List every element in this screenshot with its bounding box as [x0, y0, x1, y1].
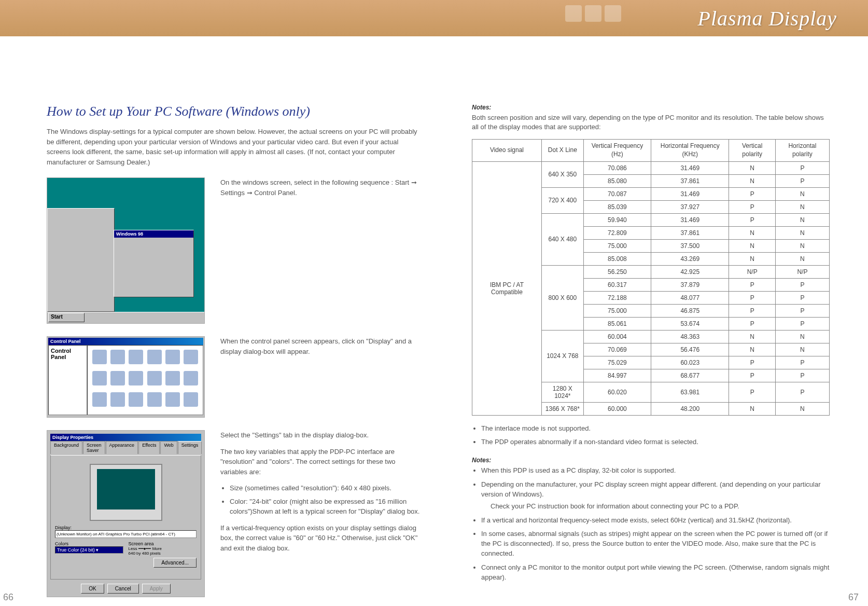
cell-value: 70.086 — [583, 161, 651, 174]
tab-appearance: Appearance — [106, 441, 138, 454]
cell-value: 72.188 — [583, 291, 651, 304]
cell-value: P — [729, 369, 775, 382]
step3-bullet-2: Color: "24-bit" color (might also be exp… — [230, 497, 420, 517]
cell-value: 37.500 — [651, 239, 729, 252]
cell-value: P — [775, 278, 829, 291]
cell-value: 37.861 — [651, 226, 729, 239]
tab-background: Background — [50, 441, 82, 454]
header-bar: Plasma Display — [0, 0, 868, 36]
cell-value: N — [775, 330, 829, 343]
cell-value: 31.469 — [651, 161, 729, 174]
tab-web: Web — [160, 441, 177, 454]
mid-bullet-1: The interlace mode is not supported. — [481, 424, 830, 434]
cell-value: P — [775, 304, 829, 317]
cell-value: 75.000 — [583, 304, 651, 317]
cell-value: 72.809 — [583, 226, 651, 239]
step1-text: On the windows screen, select in the fol… — [220, 177, 420, 198]
cell-value: N — [775, 200, 829, 213]
page-left: How to Set up Your PC Software (Windows … — [47, 104, 420, 606]
step3-text: Select the "Settings" tab in the display… — [220, 430, 420, 559]
th-dot-line: Dot X Line — [541, 140, 583, 161]
cell-value: 68.677 — [651, 369, 729, 382]
page-right: Notes: Both screen position and size wil… — [472, 104, 830, 587]
start-button: Start — [48, 313, 85, 322]
intro-text: The Windows display-settings for a typic… — [47, 127, 420, 167]
cell-value: N/P — [775, 265, 829, 278]
cell-value: N — [775, 343, 829, 356]
tab-screensaver: Screen Saver — [83, 441, 105, 454]
cell-value: P — [729, 213, 775, 226]
control-panel-titlebar: Control Panel — [48, 338, 203, 345]
notes2-bullet: When this PDP is used as a PC display, 3… — [481, 466, 830, 476]
cell-value: P — [775, 291, 829, 304]
cell-value: 53.674 — [651, 317, 729, 330]
step3-para-a: Select the "Settings" tab in the display… — [220, 430, 420, 440]
cell-value: 46.875 — [651, 304, 729, 317]
cell-value: 85.061 — [583, 317, 651, 330]
cancel-button: Cancel — [107, 584, 139, 594]
ok-button: OK — [81, 584, 104, 594]
cell-value: 70.087 — [583, 187, 651, 200]
control-panel-label: Control Panel — [51, 348, 85, 360]
cell-value: 42.925 — [651, 265, 729, 278]
cell-value: N — [729, 330, 775, 343]
step2-screenshot: Control Panel Control Panel — [47, 336, 205, 418]
cell-value: 63.981 — [651, 382, 729, 402]
cell-value: P — [729, 356, 775, 369]
cell-value: 60.004 — [583, 330, 651, 343]
cell-value: 70.069 — [583, 343, 651, 356]
cell-value: N/P — [729, 265, 775, 278]
cell-resolution: 640 X 480 — [541, 213, 583, 265]
tab-effects: Effects — [138, 441, 160, 454]
th-hfreq: Horizontal Frequency (KHz) — [651, 140, 729, 161]
cell-value: P — [729, 304, 775, 317]
cell-value: P — [775, 161, 829, 174]
page-number-right: 67 — [848, 592, 859, 603]
step3-para-b: The two key variables that apply the PDP… — [220, 447, 420, 477]
header-decorative-icons — [565, 5, 621, 22]
th-vpol: Vertical polarity — [729, 140, 775, 161]
th-video-signal: Video signal — [472, 140, 542, 161]
cell-value: N — [775, 213, 829, 226]
cell-value: 84.997 — [583, 369, 651, 382]
step3-bullet-1: Size (sometimes called "resolution"): 64… — [230, 483, 420, 493]
cell-value: N — [729, 343, 775, 356]
cell-value: P — [729, 200, 775, 213]
notes2-bullets: When this PDP is used as a PC display, 3… — [472, 466, 830, 582]
cell-resolution: 800 X 600 — [541, 265, 583, 330]
cell-value: 37.861 — [651, 174, 729, 187]
cell-value: 43.269 — [651, 252, 729, 265]
cell-video-signal: IBM PC / AT Compatible — [472, 161, 542, 415]
notes-intro-1: Both screen position and size will vary,… — [472, 113, 830, 132]
cell-value: N — [729, 174, 775, 187]
cell-value: 85.039 — [583, 200, 651, 213]
cell-value: 48.200 — [651, 402, 729, 415]
step3-screenshot: Display Properties Background Screen Sav… — [47, 430, 205, 597]
cell-value: N — [775, 226, 829, 239]
cell-resolution: 640 X 350 — [541, 161, 583, 187]
cell-value: 60.000 — [583, 402, 651, 415]
windows-titlebar: Windows 98 — [114, 230, 193, 238]
section-title: How to Set up Your PC Software (Windows … — [47, 104, 420, 119]
advanced-button: Advanced... — [153, 558, 197, 568]
cell-value: P — [729, 278, 775, 291]
cell-value: P — [729, 317, 775, 330]
cell-resolution: 1366 X 768* — [541, 402, 583, 415]
cell-value: 31.469 — [651, 187, 729, 200]
tab-settings: Settings — [178, 441, 202, 454]
cell-value: 85.008 — [583, 252, 651, 265]
step2-text: When the control panel screen appears, c… — [220, 336, 420, 356]
cell-value: 48.363 — [651, 330, 729, 343]
cell-resolution: 1024 X 768 — [541, 330, 583, 382]
cell-value: N — [729, 226, 775, 239]
step-3: Display Properties Background Screen Sav… — [47, 430, 420, 597]
step-1: Windows 98 Start On the windows screen, … — [47, 177, 420, 324]
signal-table: Video signal Dot X Line Vertical Frequen… — [472, 139, 830, 415]
cell-resolution: 720 X 400 — [541, 187, 583, 213]
cell-value: N — [775, 239, 829, 252]
cell-value: N — [729, 239, 775, 252]
page-number-left: 66 — [3, 592, 13, 603]
cell-value: P — [775, 356, 829, 369]
cell-value: 60.020 — [583, 382, 651, 402]
cell-value: P — [775, 317, 829, 330]
